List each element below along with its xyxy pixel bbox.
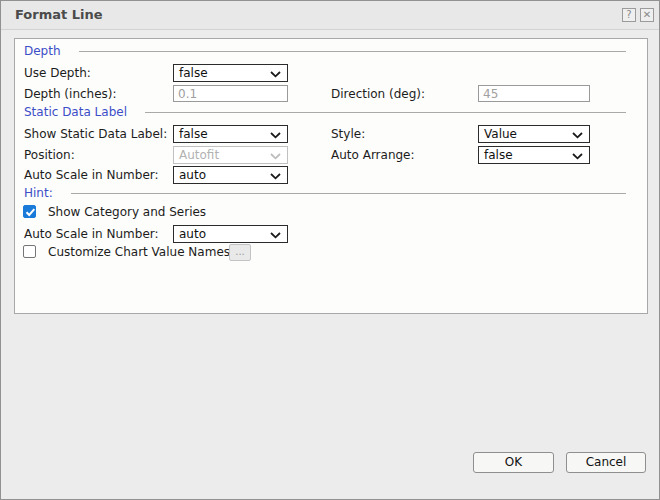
sdl-auto-scale-value: auto [179, 168, 206, 182]
close-icon: ✕ [643, 9, 651, 20]
ok-button[interactable]: OK [473, 452, 554, 473]
style-select[interactable]: Value [478, 125, 590, 143]
use-depth-value: false [179, 66, 208, 80]
use-depth-label: Use Depth: [24, 64, 91, 82]
section-divider [145, 112, 626, 113]
hint-auto-scale-label: Auto Scale in Number: [24, 225, 159, 243]
show-static-data-label-select[interactable]: false [173, 125, 288, 143]
hint-auto-scale-value: auto [179, 227, 206, 241]
section-title: Hint: [24, 186, 53, 200]
depth-inches-input[interactable] [173, 85, 288, 102]
dialog-title: Format Line [15, 1, 103, 29]
customize-chart-value-names-label: Customize Chart Value Names [48, 243, 230, 261]
auto-arrange-select[interactable]: false [478, 146, 590, 164]
section-header-static-data-label: Static Data Label [24, 105, 626, 119]
section-divider [79, 51, 626, 52]
auto-arrange-value: false [484, 148, 513, 162]
style-label: Style: [331, 125, 365, 143]
ellipsis-icon: ... [235, 246, 245, 257]
close-button[interactable]: ✕ [640, 8, 654, 22]
customize-names-browse-button: ... [229, 244, 251, 261]
use-depth-select[interactable]: false [173, 64, 288, 82]
chevron-down-icon [572, 153, 583, 160]
sdl-auto-scale-select[interactable]: auto [173, 166, 288, 184]
section-header-hint: Hint: [24, 186, 626, 200]
help-icon: ? [626, 9, 631, 20]
position-select: Autofit [173, 146, 288, 164]
position-label: Position: [24, 146, 75, 164]
section-divider [71, 193, 626, 194]
direction-deg-label: Direction (deg): [331, 85, 425, 103]
chevron-down-icon [270, 232, 281, 239]
title-bar: Format Line ? ✕ [1, 1, 659, 30]
chevron-down-icon [572, 132, 583, 139]
chevron-down-icon [270, 173, 281, 180]
cancel-button[interactable]: Cancel [566, 452, 646, 473]
customize-chart-value-names-checkbox[interactable] [23, 245, 36, 258]
sdl-auto-scale-label: Auto Scale in Number: [24, 166, 159, 184]
section-title: Static Data Label [24, 105, 127, 119]
show-category-and-series-label: Show Category and Series [48, 203, 206, 221]
style-value: Value [484, 127, 517, 141]
show-static-data-label-value: false [179, 127, 208, 141]
format-options-panel: Depth Use Depth: false Depth (inches): D… [14, 38, 648, 314]
section-title: Depth [24, 44, 61, 58]
chevron-down-icon [270, 71, 281, 78]
chevron-down-icon [270, 132, 281, 139]
show-category-and-series-checkbox[interactable] [23, 205, 36, 218]
chevron-down-icon [270, 153, 281, 160]
hint-auto-scale-select[interactable]: auto [173, 225, 288, 243]
depth-inches-label: Depth (inches): [24, 85, 117, 103]
section-header-depth: Depth [24, 44, 626, 58]
position-value: Autofit [179, 148, 219, 162]
format-line-dialog: Format Line ? ✕ Depth Use Depth: false D… [0, 0, 660, 500]
checkmark-icon [24, 207, 37, 218]
auto-arrange-label: Auto Arrange: [331, 146, 415, 164]
show-static-data-label-label: Show Static Data Label: [24, 125, 167, 143]
help-button[interactable]: ? [622, 8, 636, 22]
direction-deg-input[interactable] [478, 85, 590, 102]
